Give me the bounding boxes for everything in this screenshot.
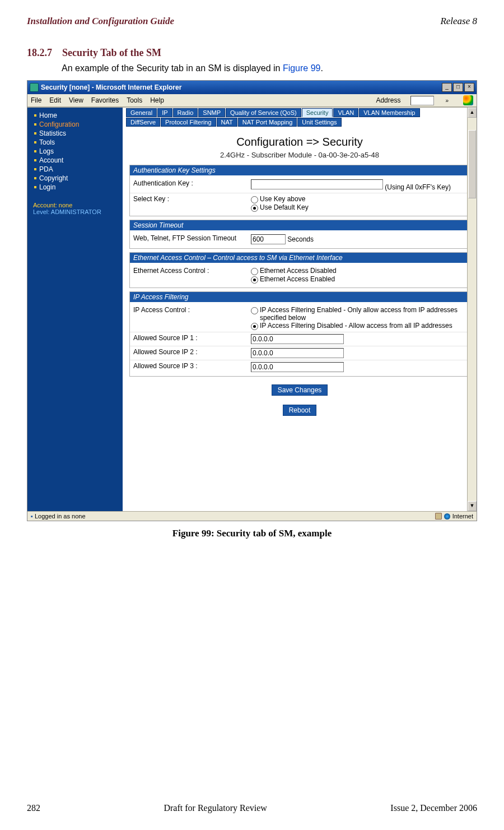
page-number: 282	[27, 803, 40, 813]
toolbar-chevron-icon[interactable]: »	[445, 98, 449, 104]
session-timeout-label: Web, Telnet, FTP Session Timeout	[133, 234, 251, 242]
allowed-ip3-input[interactable]	[251, 362, 344, 372]
allowed-ip2-label: Allowed Source IP 2 :	[133, 348, 251, 356]
tab-ip[interactable]: IP	[157, 108, 172, 117]
section-number: 18.2.7	[27, 47, 52, 58]
menu-help[interactable]: Help	[150, 96, 164, 104]
address-label: Address	[376, 96, 400, 104]
radio-eth-disabled[interactable]	[251, 268, 258, 275]
tab-protocol-filtering[interactable]: Protocol Filtering	[161, 118, 216, 127]
panel-session-timeout: Session Timeout Web, Telnet, FTP Session…	[129, 220, 470, 249]
radio-ipf-disabled[interactable]	[251, 323, 258, 330]
page-title: Configuration => Security	[123, 136, 477, 149]
status-bar: ▪ Logged in as none Internet	[27, 511, 477, 521]
scroll-thumb[interactable]	[468, 130, 476, 198]
doc-title: Installation and Configuration Guide	[27, 16, 174, 27]
status-text: ▪ Logged in as none	[31, 513, 86, 520]
allowed-ip1-input[interactable]	[251, 334, 344, 344]
main-content: General IP Radio SNMP Quality of Service…	[123, 108, 477, 511]
running-footer: 282 Draft for Regulatory Review Issue 2,…	[27, 803, 477, 813]
menu-bar: File Edit View Favorites Tools Help Addr…	[27, 94, 477, 107]
close-button[interactable]: ×	[464, 83, 474, 92]
release-label: Release 8	[440, 16, 477, 27]
minimize-button[interactable]: _	[442, 83, 452, 92]
page-subtitle: 2.4GHz - Subscriber Module - 0a-00-3e-20…	[123, 151, 477, 159]
section-heading: 18.2.7 Security Tab of the SM	[27, 47, 477, 59]
scroll-down-button[interactable]: ▼	[468, 501, 477, 511]
tab-snmp[interactable]: SNMP	[198, 108, 225, 117]
sidebar-item-login[interactable]: Login	[34, 183, 123, 192]
allowed-ip2-input[interactable]	[251, 348, 344, 358]
menu-view[interactable]: View	[69, 96, 83, 104]
ie-icon	[30, 83, 39, 92]
save-changes-button[interactable]: Save Changes	[272, 384, 328, 396]
globe-icon	[444, 513, 450, 520]
panel-auth-key-header: Authentication Key Settings	[130, 165, 469, 175]
sidebar-item-copyright[interactable]: Copyright	[34, 174, 123, 183]
figure-ref-link[interactable]: Figure 99	[283, 63, 321, 73]
tab-radio[interactable]: Radio	[173, 108, 198, 117]
radio-use-default-key[interactable]	[251, 205, 258, 212]
tab-nat[interactable]: NAT	[217, 118, 237, 127]
menu-file[interactable]: File	[31, 96, 41, 104]
running-header: Installation and Configuration Guide Rel…	[27, 16, 477, 27]
panel-auth-key: Authentication Key Settings Authenticati…	[129, 165, 470, 216]
sidebar-item-statistics[interactable]: Statistics	[34, 129, 123, 138]
allowed-ip3-label: Allowed Source IP 3 :	[133, 362, 251, 370]
footer-center: Draft for Regulatory Review	[164, 803, 267, 813]
windows-logo-icon	[463, 95, 473, 105]
auth-key-label: Authentication Key :	[133, 179, 251, 187]
zone-label: Internet	[452, 513, 473, 520]
tab-vlan[interactable]: VLAN	[333, 108, 358, 117]
tab-security[interactable]: Security	[302, 108, 333, 117]
sidebar-item-tools[interactable]: Tools	[34, 138, 123, 147]
radio-eth-enabled[interactable]	[251, 276, 258, 284]
intro-paragraph: An example of the Security tab in an SM …	[62, 63, 477, 73]
allowed-ip1-label: Allowed Source IP 1 :	[133, 334, 251, 342]
browser-screenshot: Security [none] - Microsoft Internet Exp…	[27, 80, 477, 521]
menu-tools[interactable]: Tools	[127, 96, 142, 104]
tab-row-1: General IP Radio SNMP Quality of Service…	[123, 108, 477, 117]
nav-sidebar: Home Configuration Statistics Tools Logs…	[27, 108, 123, 511]
menu-favorites[interactable]: Favorites	[91, 96, 119, 104]
scroll-up-button[interactable]: ▲	[468, 108, 477, 118]
session-timeout-input[interactable]	[251, 234, 286, 244]
panel-ipf-header: IP Access Filtering	[130, 292, 469, 302]
figure-caption: Figure 99: Security tab of SM, example	[27, 528, 477, 539]
sidebar-item-pda[interactable]: PDA	[34, 165, 123, 174]
menu-edit[interactable]: Edit	[49, 96, 61, 104]
tab-diffserve[interactable]: DiffServe	[126, 118, 160, 127]
radio-ipf-enabled[interactable]	[251, 307, 258, 314]
reboot-button[interactable]: Reboot	[283, 405, 317, 416]
ip-access-control-label: IP Access Control :	[133, 306, 251, 314]
panel-ethernet-header: Ethernet Access Control – Control access…	[130, 253, 469, 263]
vertical-scrollbar[interactable]: ▲ ▼	[467, 108, 477, 511]
tab-nat-port-mapping[interactable]: NAT Port Mapping	[238, 118, 297, 127]
lock-icon	[435, 513, 442, 520]
tab-vlan-membership[interactable]: VLAN Membership	[359, 108, 419, 117]
panel-ip-filtering: IP Access Filtering IP Access Control : …	[129, 291, 470, 377]
select-key-label: Select Key :	[133, 195, 251, 203]
tab-qos[interactable]: Quality of Service (QoS)	[226, 108, 301, 117]
sidebar-item-configuration[interactable]: Configuration	[34, 120, 123, 129]
sidebar-item-account[interactable]: Account	[34, 156, 123, 165]
auth-key-input[interactable]	[251, 179, 383, 189]
radio-use-key-above[interactable]	[251, 196, 258, 203]
ethernet-access-label: Ethernet Access Control :	[133, 267, 251, 275]
window-titlebar: Security [none] - Microsoft Internet Exp…	[27, 81, 477, 94]
sidebar-item-home[interactable]: Home	[34, 111, 123, 120]
address-input[interactable]	[410, 96, 434, 105]
session-timeout-unit: Seconds	[287, 235, 314, 243]
panel-session-header: Session Timeout	[130, 220, 469, 230]
account-info: Account: none Level: ADMINISTRATOR	[27, 200, 123, 217]
sidebar-item-logs[interactable]: Logs	[34, 147, 123, 156]
footer-right: Issue 2, December 2006	[390, 803, 477, 813]
tab-general[interactable]: General	[126, 108, 157, 117]
section-title: Security Tab of the SM	[62, 47, 161, 58]
panel-ethernet-access: Ethernet Access Control – Control access…	[129, 252, 470, 288]
window-title: Security [none] - Microsoft Internet Exp…	[41, 84, 181, 91]
tab-row-2: DiffServe Protocol Filtering NAT NAT Por…	[123, 117, 477, 127]
tab-unit-settings[interactable]: Unit Settings	[297, 118, 341, 127]
auth-key-note: (Using All 0xFF's Key)	[385, 183, 451, 191]
maximize-button[interactable]: □	[453, 83, 463, 92]
